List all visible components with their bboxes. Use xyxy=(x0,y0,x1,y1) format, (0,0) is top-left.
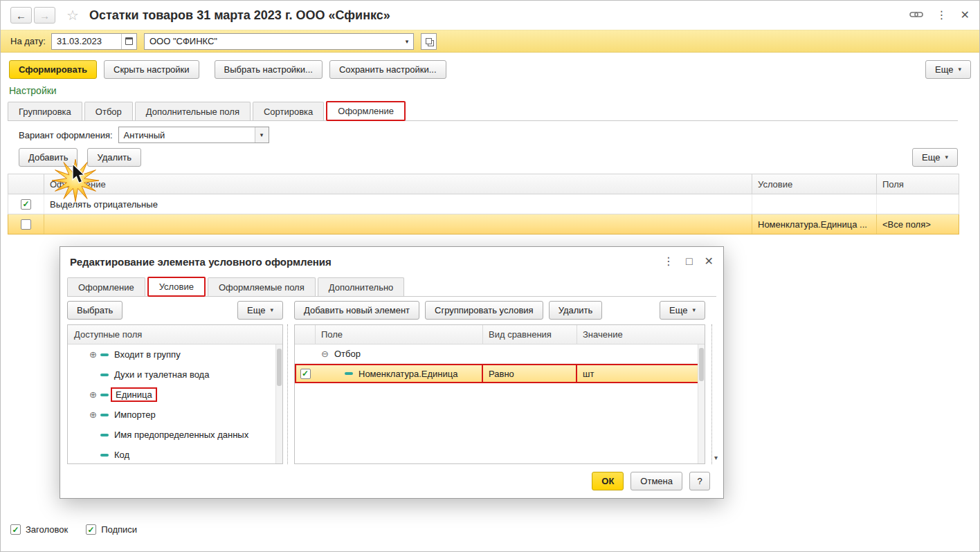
close-icon[interactable]: ✕ xyxy=(705,256,714,267)
header-condition[interactable]: Условие xyxy=(752,174,877,194)
table-row-selected[interactable]: Номенклатура.Единица ... <Все поля> xyxy=(8,214,959,234)
more-button-right[interactable]: Еще ▾ xyxy=(660,301,705,320)
hide-settings-label: Скрыть настройки xyxy=(114,64,190,75)
cell-formatting: Выделять отрицательные xyxy=(44,194,752,214)
maximize-icon[interactable]: □ xyxy=(686,256,693,267)
header-formatting[interactable]: Оформление xyxy=(44,174,752,194)
header-value[interactable]: Значение xyxy=(577,325,705,344)
list-item[interactable]: Код xyxy=(68,445,282,465)
field-icon xyxy=(345,372,353,375)
header-checkbox-option[interactable]: ✓ Заголовок xyxy=(10,524,68,535)
splitter[interactable] xyxy=(711,324,712,464)
date-input[interactable]: 31.03.2023 xyxy=(51,33,137,50)
more-button-settings[interactable]: Еще ▾ xyxy=(912,148,958,167)
back-button[interactable]: ← xyxy=(10,7,32,24)
table-row[interactable]: ✓ Выделять отрицательные xyxy=(8,194,959,214)
expand-icon[interactable]: ⊕ xyxy=(87,350,99,359)
check-icon: ✓ xyxy=(302,369,309,378)
close-icon[interactable]: ✕ xyxy=(961,10,970,21)
more-label: Еще xyxy=(922,152,940,163)
group-row[interactable]: ⊖ Отбор xyxy=(295,344,705,364)
condition-row-selected[interactable]: ✓ Номенклатура.Единица Равно шт xyxy=(295,364,705,383)
favorite-star-icon[interactable]: ☆ xyxy=(66,8,79,22)
tab-formatted-fields[interactable]: Оформляемые поля xyxy=(208,277,316,296)
more-menu-icon[interactable]: ⋮ xyxy=(936,10,947,21)
more-label: Еще xyxy=(935,64,953,75)
expand-icon[interactable]: ⊕ xyxy=(87,410,99,419)
hide-settings-button[interactable]: Скрыть настройки xyxy=(104,60,199,79)
settings-tabs: Группировка Отбор Дополнительные поля Со… xyxy=(8,101,958,121)
cell-value: шт xyxy=(577,364,705,383)
variant-value: Античный xyxy=(119,127,255,142)
group-row-label: Отбор xyxy=(334,349,361,359)
add-label: Добавить xyxy=(28,152,68,163)
add-button[interactable]: Добавить xyxy=(19,148,78,167)
header-comparison[interactable]: Вид сравнения xyxy=(483,325,577,344)
help-label: ? xyxy=(697,476,702,486)
row-checkbox-cell xyxy=(8,214,44,234)
calendar-button[interactable] xyxy=(121,34,136,49)
link-icon[interactable] xyxy=(909,10,923,21)
more-label: Еще xyxy=(669,305,687,315)
more-button-top[interactable]: Еще ▾ xyxy=(925,60,971,79)
help-button[interactable]: ? xyxy=(689,472,710,490)
scrollbar-thumb[interactable] xyxy=(699,348,704,381)
checkbox-unchecked[interactable] xyxy=(21,219,31,230)
generate-label: Сформировать xyxy=(19,64,87,75)
ok-button[interactable]: ОК xyxy=(592,472,624,490)
cancel-button[interactable]: Отмена xyxy=(630,472,682,490)
tab-sorting[interactable]: Сортировка xyxy=(253,102,324,120)
list-item[interactable]: Духи и туалетная вода xyxy=(68,365,282,385)
app-window: ← → ☆ Остатки товаров 31 марта 2023 г. О… xyxy=(0,0,980,552)
expand-icon[interactable]: ⊕ xyxy=(87,390,99,399)
header-field[interactable]: Поле xyxy=(316,325,483,344)
scrollbar[interactable] xyxy=(275,344,282,463)
checkbox-checked[interactable]: ✓ xyxy=(86,524,96,535)
dialog-tabs: Оформление Условие Оформляемые поля Допо… xyxy=(67,277,716,297)
checkbox-checked[interactable]: ✓ xyxy=(21,199,31,210)
header-fields[interactable]: Поля xyxy=(877,174,959,194)
delete-button[interactable]: Удалить xyxy=(87,148,141,167)
dialog-titlebar-icons: ⋮ □ ✕ xyxy=(663,256,714,267)
tab-grouping[interactable]: Группировка xyxy=(8,102,82,120)
scrollbar[interactable] xyxy=(698,344,705,463)
select-button[interactable]: Выбрать xyxy=(67,301,122,320)
tab-filter[interactable]: Отбор xyxy=(84,102,133,120)
choose-from-list-button[interactable] xyxy=(421,33,437,50)
forward-button[interactable]: → xyxy=(34,7,55,24)
dropdown-icon[interactable]: ▾ xyxy=(401,34,413,49)
tab-condition[interactable]: Условие xyxy=(147,277,206,297)
checkbox-checked[interactable]: ✓ xyxy=(300,369,311,379)
collapse-icon[interactable]: ⊖ xyxy=(321,349,329,358)
list-item[interactable]: ⊕ Входит в группу xyxy=(68,344,282,365)
generate-button[interactable]: Сформировать xyxy=(9,60,97,79)
captions-checkbox-option[interactable]: ✓ Подписи xyxy=(86,524,137,535)
tab-additional[interactable]: Дополнительно xyxy=(318,277,405,296)
save-settings-button[interactable]: Сохранить настройки... xyxy=(329,60,446,79)
list-item[interactable]: Имя предопределенных данных xyxy=(68,425,282,445)
choose-settings-button[interactable]: Выбрать настройки... xyxy=(215,60,323,79)
tab-formatting[interactable]: Оформление xyxy=(326,101,406,121)
dropdown-icon[interactable]: ▾ xyxy=(255,127,269,142)
tab-additional-fields[interactable]: Дополнительные поля xyxy=(135,102,251,120)
more-menu-icon[interactable]: ⋮ xyxy=(663,256,674,267)
group-conditions-button[interactable]: Сгруппировать условия xyxy=(425,301,543,320)
variant-select[interactable]: Античный ▾ xyxy=(118,127,269,143)
list-item-label: Входит в группу xyxy=(114,349,181,360)
organization-select[interactable]: ООО "СФИНКС" ▾ xyxy=(144,33,414,50)
more-button-left[interactable]: Еще ▾ xyxy=(237,301,283,320)
list-item-highlighted[interactable]: ⊕ Единица xyxy=(68,385,282,405)
list-item-label: Духи и туалетная вода xyxy=(114,369,209,380)
ok-label: ОК xyxy=(601,476,614,486)
splitter[interactable] xyxy=(287,324,288,464)
cell-field: Номенклатура.Единица xyxy=(316,364,483,383)
scroll-down-icon[interactable]: ▾ xyxy=(714,454,718,461)
checkbox-checked[interactable]: ✓ xyxy=(10,524,21,535)
cell-comparison: Равно xyxy=(483,364,577,383)
tab-formatting[interactable]: Оформление xyxy=(67,277,145,296)
delete-button[interactable]: Удалить xyxy=(549,301,603,320)
chevron-down-icon: ▾ xyxy=(270,307,273,313)
scrollbar-thumb[interactable] xyxy=(277,349,282,386)
add-new-element-button[interactable]: Добавить новый элемент xyxy=(294,301,419,320)
list-item[interactable]: ⊕ Импортер xyxy=(68,405,282,425)
